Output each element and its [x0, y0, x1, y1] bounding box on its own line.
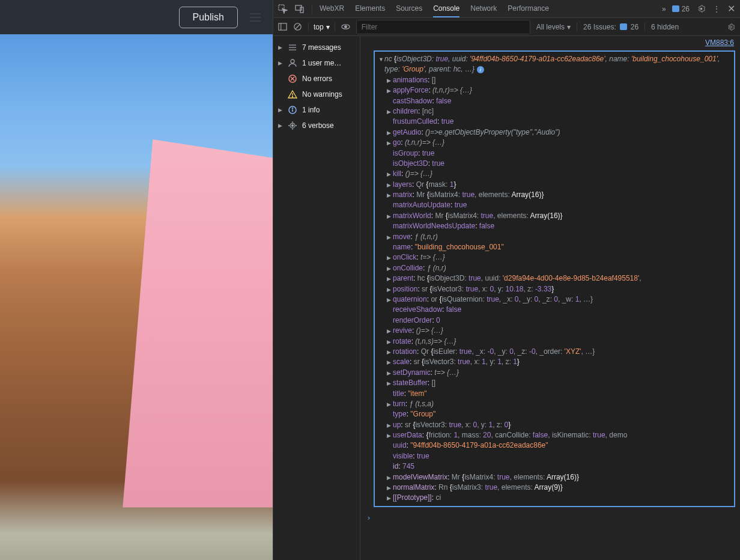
info-icon	[288, 105, 297, 115]
close-icon[interactable]: ✕	[727, 3, 735, 14]
user-icon	[288, 58, 297, 68]
log-levels-selector[interactable]: All levels ▾	[536, 23, 577, 31]
property-row[interactable]: ▶revive: ()=> {…}	[378, 326, 730, 336]
property-row[interactable]: castShadow: false	[378, 96, 730, 106]
property-row[interactable]: ▶normalMatrix: Rn {isMatrix3: true, elem…	[378, 482, 730, 493]
live-expression-icon[interactable]	[341, 22, 350, 31]
property-row[interactable]: ▶go: (t,n,r)=> {…}	[378, 138, 730, 148]
svg-point-9	[730, 26, 732, 28]
property-row[interactable]: type: "Group"	[378, 409, 730, 419]
property-row[interactable]: ▶children: [nc]	[378, 106, 730, 117]
property-row[interactable]: ▶up: sr {isVector3: true, x: 0, y: 1, z:…	[378, 420, 730, 430]
property-row[interactable]: ▶parent: hc {isObject3D: true, uuid: 'd2…	[378, 273, 730, 284]
property-row[interactable]: ▶matrixWorld: Mr {isMatrix4: true, eleme…	[378, 211, 730, 221]
menu-icon[interactable]	[250, 13, 261, 22]
property-row[interactable]: ▶applyForce: (t,n,r)=> {…}	[378, 85, 730, 96]
editor-panel: Publish	[0, 0, 273, 560]
property-row[interactable]: ▶rotate: (t,n,s)=> {…}	[378, 336, 730, 347]
context-selector[interactable]: top ▾	[308, 23, 335, 31]
property-row[interactable]: matrixAutoUpdate: true	[378, 200, 730, 210]
svg-line-6	[296, 25, 300, 29]
property-row[interactable]: ▶scale: sr {isVector3: true, x: 1, y: 1,…	[378, 357, 730, 367]
property-row[interactable]: ▶animations: []	[378, 75, 730, 85]
property-row[interactable]: isGroup: true	[378, 148, 730, 159]
property-row[interactable]: ▶modelViewMatrix: Mr {isMatrix4: true, e…	[378, 472, 730, 482]
tab-console[interactable]: Console	[433, 1, 459, 17]
msg-icon	[288, 43, 297, 52]
tab-elements[interactable]: Elements	[355, 1, 385, 17]
svg-point-13	[291, 59, 294, 63]
console-filterbar: top ▾ All levels ▾ 26 Issues: 26 6 hidde…	[273, 18, 740, 36]
property-row[interactable]: ▶kill: ()=> {…}	[378, 169, 730, 179]
3d-viewport[interactable]	[0, 34, 273, 560]
property-row[interactable]: name: "building_chocohouse_001"	[378, 242, 730, 252]
svg-point-27	[292, 125, 294, 127]
property-row[interactable]: ▶rotation: Qr {isEuler: true, _x: -0, _y…	[378, 347, 730, 357]
device-icon[interactable]	[295, 4, 305, 14]
property-row[interactable]: ▶getAudio: ()=>e.getObjectByProperty("ty…	[378, 127, 730, 138]
sidebar-filter-warn[interactable]: No warnings	[273, 87, 360, 102]
svg-point-8	[344, 26, 347, 28]
err-icon	[288, 74, 297, 84]
property-row[interactable]: receiveShadow: false	[378, 305, 730, 315]
property-row[interactable]: ▶setDynamic: t=> {…}	[378, 368, 730, 378]
sidebar-filter-verbose[interactable]: ▶6 verbose	[273, 118, 360, 133]
property-row[interactable]: isObject3D: true	[378, 159, 730, 169]
verbose-icon	[288, 121, 297, 130]
property-row[interactable]: ▶matrix: Mr {isMatrix4: true, elements: …	[378, 190, 730, 200]
console-settings-icon[interactable]	[727, 23, 735, 31]
message-count[interactable]: 26	[672, 5, 690, 13]
gear-icon[interactable]	[697, 4, 706, 13]
hidden-count[interactable]: 6 hidden	[644, 23, 679, 31]
filter-input[interactable]	[356, 20, 530, 34]
property-row[interactable]: ▶quaternion: or {isQuaternion: true, _x:…	[378, 294, 730, 305]
property-row[interactable]: title: "item"	[378, 389, 730, 399]
kebab-icon[interactable]: ⋮	[713, 5, 720, 13]
devtools-tabs: WebXRElementsSourcesConsoleNetworkPerfor…	[273, 0, 740, 18]
property-row[interactable]: ▶move: ƒ (t,n,r)	[378, 232, 730, 242]
console-prompt[interactable]: ›	[360, 511, 740, 525]
svg-point-21	[293, 108, 293, 109]
clear-console-icon[interactable]	[293, 22, 302, 31]
property-row[interactable]: ▶stateBuffer: []	[378, 378, 730, 388]
tab-webxr[interactable]: WebXR	[320, 1, 344, 17]
sidebar-filter-err[interactable]: No errors	[273, 71, 360, 87]
property-row[interactable]: ▶onCollide: ƒ (n,r)	[378, 263, 730, 273]
property-row[interactable]: ▶position: sr {isVector3: true, x: 0, y:…	[378, 284, 730, 294]
sidebar-filter-info[interactable]: ▶1 info	[273, 102, 360, 118]
tab-performance[interactable]: Performance	[508, 1, 549, 17]
tab-sources[interactable]: Sources	[396, 1, 422, 17]
property-row[interactable]: ▶layers: Qr {mask: 1}	[378, 180, 730, 190]
sidebar-filter-user[interactable]: ▶1 user me…	[273, 55, 360, 71]
property-row[interactable]: ▶userData: {friction: 1, mass: 20, canCo…	[378, 430, 730, 440]
issues-count[interactable]: 26 Issues: 26	[583, 23, 638, 31]
message-sidebar: ▶7 messages▶1 user me…No errorsNo warnin…	[273, 36, 360, 560]
property-row[interactable]: ▶[[Prototype]]: ci	[378, 493, 730, 503]
devtools-panel: WebXRElementsSourcesConsoleNetworkPerfor…	[273, 0, 740, 560]
sidebar-toggle-icon[interactable]	[278, 22, 287, 31]
property-row[interactable]: uuid: "94ffd04b-8650-4179-a01a-cc62eadac…	[378, 440, 730, 451]
publish-button[interactable]: Publish	[179, 7, 238, 28]
svg-rect-3	[279, 23, 287, 30]
console-output: VM883:6 ▼nc {isObject3D: true, uuid: '94…	[360, 36, 740, 560]
sidebar-filter-msg[interactable]: ▶7 messages	[273, 40, 360, 55]
property-row[interactable]: ▶turn: ƒ (t,s,a)	[378, 399, 730, 409]
source-link[interactable]: VM883:6	[360, 36, 740, 49]
tab-network[interactable]: Network	[470, 1, 497, 17]
more-tabs-icon[interactable]: »	[662, 5, 666, 13]
editor-topbar: Publish	[0, 0, 273, 34]
object-dump[interactable]: ▼nc {isObject3D: true, uuid: '94ffd04b-8…	[374, 50, 735, 507]
property-row[interactable]: frustumCulled: true	[378, 117, 730, 127]
property-row[interactable]: renderOrder: 0	[378, 315, 730, 326]
property-row[interactable]: id: 745	[378, 461, 730, 472]
svg-point-18	[293, 97, 293, 97]
inspect-icon[interactable]	[278, 4, 288, 14]
property-row[interactable]: visible: true	[378, 451, 730, 461]
property-row[interactable]: matrixWorldNeedsUpdate: false	[378, 221, 730, 231]
warn-icon	[288, 90, 297, 99]
property-row[interactable]: ▶onClick: t=> {…}	[378, 252, 730, 263]
object-header[interactable]: ▼nc {isObject3D: true, uuid: '94ffd04b-8…	[378, 54, 730, 75]
